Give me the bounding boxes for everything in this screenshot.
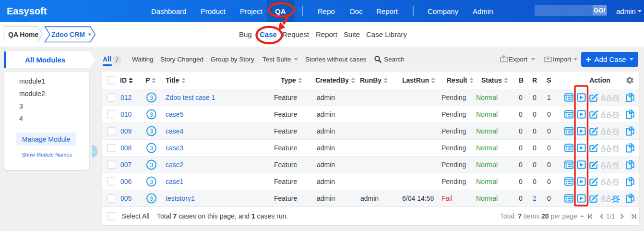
svg-text:All Modules: All Modules [25, 56, 65, 64]
